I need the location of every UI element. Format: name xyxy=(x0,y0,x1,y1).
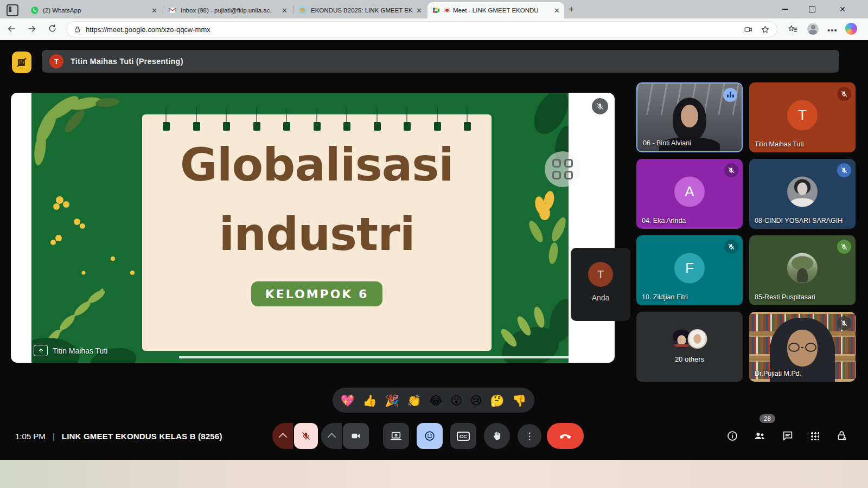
shared-slide: Globalisasi industri KELOMPOK 6 xyxy=(31,93,569,363)
tab-gmail[interactable]: Inbox (98) - pujiati@fkip.unila.ac. ✕ xyxy=(164,2,292,18)
leave-call-button[interactable] xyxy=(547,423,584,449)
reaction-surprise-button[interactable]: 😮 xyxy=(450,395,462,406)
tab-close-icon[interactable]: ✕ xyxy=(151,7,157,14)
slide-title-line1: Globalisasi xyxy=(142,138,492,191)
camera-control-group xyxy=(321,423,369,449)
keyboard-disabled-warning-icon[interactable] xyxy=(12,52,31,73)
participant-tile-others[interactable]: 20 others xyxy=(636,312,743,382)
mic-off-badge-icon xyxy=(837,240,851,254)
lms-icon xyxy=(298,6,307,15)
meeting-details-button[interactable] xyxy=(725,423,740,449)
others-count-label: 20 others xyxy=(636,355,743,363)
presenter-name-label: Titin Maihas Tuti xyxy=(53,346,107,355)
presenting-banner: T Titin Maihas Tuti (Presenting) xyxy=(42,50,839,73)
participant-name: 06 - Binti Alviani xyxy=(643,139,691,147)
slide-hanging-clips xyxy=(142,108,492,135)
site-permissions-icon[interactable] xyxy=(74,26,81,33)
mic-off-badge-icon xyxy=(837,87,851,101)
tab-whatsapp[interactable]: (2) WhatsApp ✕ xyxy=(26,2,162,18)
whatsapp-icon xyxy=(30,6,39,15)
activities-button[interactable] xyxy=(807,423,822,449)
camera-in-use-icon[interactable] xyxy=(744,25,753,34)
tab-ekondus[interactable]: EKONDUS B2025: LINK GMEET EK ✕ xyxy=(294,2,426,18)
mic-off-badge-icon xyxy=(724,240,738,254)
participant-tile-resti[interactable]: 85-Resti Puspitasari xyxy=(749,235,856,305)
tab-title: (2) WhatsApp xyxy=(43,7,148,14)
pin-icon xyxy=(21,346,29,355)
presentation-stage[interactable]: Globalisasi industri KELOMPOK 6 xyxy=(11,93,615,363)
participant-name: Dr.Pujiati M.Pd. xyxy=(755,370,801,377)
screen-share-icon xyxy=(34,345,48,356)
refresh-button[interactable] xyxy=(48,24,57,33)
meeting-time: 1:05 PM xyxy=(15,432,46,441)
browser-tab-strip: (2) WhatsApp ✕ Inbox (98) - pujiati@fkip… xyxy=(0,0,868,18)
camera-options-chevron[interactable] xyxy=(321,423,342,449)
people-panel-button[interactable] xyxy=(752,423,767,449)
raise-hand-button[interactable] xyxy=(484,423,510,449)
participant-avatar: F xyxy=(674,253,705,283)
tab-title: Inbox (98) - pujiati@fkip.unila.ac. xyxy=(181,7,278,14)
more-options-button[interactable]: ⋮ xyxy=(518,424,541,448)
participant-tile-titin[interactable]: T Titin Maihas Tuti xyxy=(749,82,856,152)
participant-tile-eka[interactable]: A 04. Eka Arinda xyxy=(636,159,743,229)
reactions-button[interactable] xyxy=(417,423,443,449)
reaction-laugh-button[interactable]: 😂 xyxy=(429,395,443,406)
participant-tile-binti[interactable]: 06 - Binti Alviani xyxy=(636,82,743,152)
browser-menu-icon[interactable]: ••• xyxy=(827,25,838,35)
slide-bottom-edge xyxy=(179,356,569,358)
participant-name: 10. Zildjian Fitri xyxy=(642,293,688,301)
reaction-clap-button[interactable]: 👏 xyxy=(407,395,421,406)
participant-photo-avatar xyxy=(787,176,818,207)
captions-button[interactable]: CC xyxy=(450,423,476,449)
reaction-party-button[interactable]: 🎉 xyxy=(385,395,399,406)
participant-tile-cindi[interactable]: 08-CINDI YOSARI SARAGIH xyxy=(749,159,856,229)
back-button[interactable] xyxy=(7,24,16,34)
slide-panel: Globalisasi industri KELOMPOK 6 xyxy=(142,114,492,351)
new-tab-button[interactable]: + xyxy=(566,4,576,14)
participant-name: 85-Resti Puspitasari xyxy=(755,293,815,301)
presenter-mic-off-badge xyxy=(592,98,608,114)
reaction-cry-button[interactable]: 😢 xyxy=(470,395,482,406)
window-minimize-button[interactable] xyxy=(773,0,797,18)
host-controls-button[interactable] xyxy=(834,423,850,449)
slide-title-line2: industri xyxy=(142,208,492,261)
mic-options-chevron[interactable] xyxy=(272,423,293,449)
address-bar[interactable]: https://meet.google.com/xzo-qqcw-mmx xyxy=(66,21,777,37)
reaction-heart-button[interactable]: 💖 xyxy=(341,395,355,406)
tab-close-icon[interactable]: ✕ xyxy=(554,7,560,14)
tab-close-icon[interactable]: ✕ xyxy=(282,7,288,14)
present-screen-button[interactable] xyxy=(383,423,409,449)
url-text[interactable]: https://meet.google.com/xzo-qqcw-mmx xyxy=(86,25,210,34)
chat-panel-button[interactable] xyxy=(780,423,795,449)
reaction-thinking-button[interactable]: 🤔 xyxy=(490,395,504,406)
presenting-label: Titin Maihas Tuti (Presenting) xyxy=(71,57,183,66)
slide-group-badge: KELOMPOK 6 xyxy=(251,281,382,306)
participant-avatar: A xyxy=(674,176,705,207)
self-view-tile[interactable]: T Anda xyxy=(571,248,630,321)
camera-button[interactable] xyxy=(343,423,369,449)
tab-recording-indicator-icon xyxy=(444,8,450,13)
reaction-thumbsup-button[interactable]: 👍 xyxy=(362,395,376,406)
tab-divider xyxy=(293,5,293,14)
google-meet-icon xyxy=(432,6,441,15)
forward-button[interactable] xyxy=(27,24,37,34)
window-maximize-button[interactable] xyxy=(800,0,825,18)
profile-avatar[interactable] xyxy=(807,23,819,35)
copilot-icon[interactable] xyxy=(845,23,857,35)
favorites-bar-icon[interactable] xyxy=(788,24,797,34)
window-close-button[interactable]: ✕ xyxy=(830,0,855,18)
browser-toolbar: https://meet.google.com/xzo-qqcw-mmx ••• xyxy=(0,18,868,40)
participant-tile-zildjian[interactable]: F 10. Zildjian Fitri xyxy=(636,235,743,305)
tab-search-icon[interactable] xyxy=(7,4,18,16)
tab-close-icon[interactable]: ✕ xyxy=(416,7,422,14)
speaking-indicator-icon xyxy=(723,88,737,102)
tab-divider xyxy=(163,5,163,14)
slide-grid-button[interactable] xyxy=(545,151,580,187)
mic-muted-button[interactable] xyxy=(294,423,318,449)
participant-photo-avatar xyxy=(787,253,818,283)
reaction-thumbsdown-button[interactable]: 👎 xyxy=(512,395,526,406)
favorite-star-icon[interactable] xyxy=(761,25,770,34)
reactions-bar: 💖 👍 🎉 👏 😂 😮 😢 🤔 👎 xyxy=(333,388,534,413)
tab-meet-active[interactable]: Meet - LINK GMEET EKONDU ✕ xyxy=(427,2,564,18)
participant-tile-pujiati[interactable]: Dr.Pujiati M.Pd. xyxy=(749,312,856,382)
